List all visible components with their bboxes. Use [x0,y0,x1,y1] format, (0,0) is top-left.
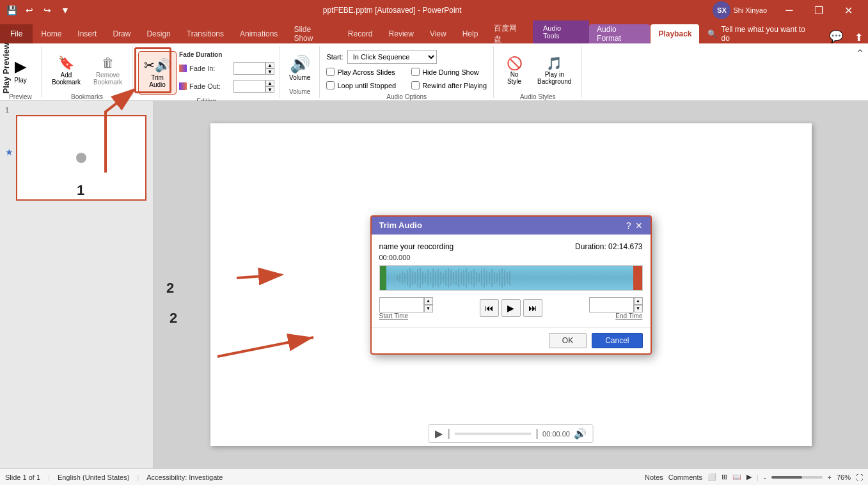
dialog-title-bar: Trim Audio ? ✕ [372,217,651,235]
trim-audio-btn[interactable]: ✂🔊 Trim Audio [138,51,177,95]
tab-playback[interactable]: Playback [651,24,699,43]
view-reading-btn[interactable]: 📖 [732,473,741,481]
user-badge[interactable]: SX [713,1,730,19]
tab-baidu[interactable]: 百度网盘 [486,24,532,43]
tab-slideshow[interactable]: Slide Show [286,24,339,43]
group-bookmarks-label: Bookmarks [71,92,103,100]
end-time-input[interactable]: 02:14.673 [589,297,634,312]
undo-icon[interactable]: ↩ [23,4,36,17]
tab-insert[interactable]: Insert [70,24,104,43]
start-time-spin[interactable]: 00:00 ▲ ▼ [379,297,433,312]
hide-during-show-cb[interactable] [411,68,420,76]
start-time-input[interactable]: 00:00 [379,297,424,312]
tab-record[interactable]: Record [340,24,381,43]
play-pause-btn[interactable]: ▶ [501,299,521,317]
slide-info: Slide 1 of 1 [5,473,40,481]
audio-options-inner: Start: In Click Sequence Automatically W… [325,49,488,92]
waveform-bar [386,266,636,290]
skip-back-btn[interactable]: ⏮ [480,299,499,317]
fade-out-input[interactable]: 00.00 ▲ ▼ [233,80,274,93]
zoom-out-btn[interactable]: - [764,473,766,481]
dialog-overlay: Trim Audio ? ✕ name your reocording Dura… [210,123,812,446]
skip-forward-btn[interactable]: ⏭ [523,299,542,317]
group-editing: ✂🔊 Trim Audio Fade Duration Fade In: 00.… [133,46,280,98]
fade-out-down[interactable]: ▼ [265,86,274,93]
play-btn[interactable]: ▶ Play [5,49,36,92]
minimize-btn[interactable]: ─ [775,0,804,20]
ribbon-collapse-btn[interactable]: ⌃ [852,46,868,98]
volume-btn[interactable]: 🔊 Volume [285,50,314,85]
comments-btn[interactable]: Comments [668,473,702,481]
fit-slide-btn[interactable]: ⛶ [856,473,863,481]
player-volume-btn[interactable]: 🔊 [574,427,587,440]
remove-bookmark-btn[interactable]: 🗑 Remove Bookmark [88,49,127,92]
slide-number: 1 [5,106,148,114]
save-icon[interactable]: 💾 [5,4,18,17]
zoom-in-btn[interactable]: + [828,473,832,481]
player-play-btn[interactable]: ▶ [435,427,443,440]
hide-during-show-row: Hide During Show [411,68,487,76]
view-slideshow-btn[interactable]: ▶ [746,473,752,481]
fade-in-color-bar [179,65,187,72]
sep2: | [137,473,139,481]
tab-view[interactable]: View [422,24,454,43]
cancel-btn[interactable]: Cancel [592,333,642,348]
notes-btn[interactable]: Notes [645,473,663,481]
end-time-down[interactable]: ▼ [634,305,643,312]
waveform[interactable] [379,265,643,291]
waveform-lines [395,266,627,290]
group-preview: ▶ Play Preview [0,46,42,98]
tab-animations[interactable]: Animations [232,24,285,43]
end-time-up[interactable]: ▲ [634,297,643,305]
rewind-after-playing-cb[interactable] [411,81,420,89]
zoom-slider[interactable] [771,476,823,479]
tell-me-field[interactable]: 🔍 Tell me what you want to do [700,24,823,43]
add-bookmark-icon: 🔖 [58,55,74,70]
dialog-close-btn[interactable]: ✕ [635,220,643,231]
play-in-bg-btn[interactable]: 🎵 Play in Background [532,49,576,92]
dialog-help-btn[interactable]: ? [626,220,631,231]
add-bookmark-btn[interactable]: 🔖 Add Bookmark [47,49,86,92]
start-label: Start: [326,53,343,61]
close-btn[interactable]: ✕ [833,0,863,20]
redo-icon[interactable]: ↪ [41,4,54,17]
title-bar-left: 💾 ↩ ↪ ▼ [5,4,72,17]
comments-ribbon-icon[interactable]: 💬 [823,29,849,43]
fade-in-field[interactable]: 00.00 [233,62,265,75]
tab-transitions[interactable]: Transitions [179,24,232,43]
share-icon[interactable]: ⬆ [849,31,868,43]
ok-btn[interactable]: OK [549,333,587,348]
tab-audioformat[interactable]: Audio Format [589,24,650,43]
start-time-up[interactable]: ▲ [424,297,433,305]
group-preview-content: ▶ Play [5,49,36,92]
slide-item[interactable]: 1 ★ [5,106,148,203]
restore-btn[interactable]: ❐ [804,0,833,20]
player-progress-bar[interactable] [454,433,531,435]
tab-review[interactable]: Review [381,24,422,43]
group-audio-options-content: Start: In Click Sequence Automatically W… [325,49,488,92]
end-time-spin[interactable]: 02:14.673 ▲ ▼ [589,297,643,312]
view-normal-btn[interactable]: ⬜ [707,473,716,481]
slide-thumbnail[interactable] [16,115,146,201]
start-time-down[interactable]: ▼ [424,305,433,312]
end-time-group: 02:14.673 ▲ ▼ End Time [589,297,643,319]
dialog-body: name your reocording Duration: 02:14.673… [372,235,651,327]
waveform-end-handle[interactable] [633,266,642,290]
fade-in-up[interactable]: ▲ [265,62,274,68]
no-style-btn[interactable]: 🚫 No Style [499,49,530,92]
tab-design[interactable]: Design [139,24,178,43]
fade-in-input[interactable]: 00.00 ▲ ▼ [233,62,274,75]
customize-icon[interactable]: ▼ [59,4,72,17]
tab-file[interactable]: File [0,24,33,43]
tab-draw[interactable]: Draw [105,24,138,43]
fade-out-field[interactable]: 00.00 [233,80,265,93]
loop-until-stopped-cb[interactable] [326,81,335,89]
no-style-icon: 🚫 [507,56,523,71]
fade-in-down[interactable]: ▼ [265,68,274,75]
view-slide-sorter-btn[interactable]: ⊞ [722,473,727,481]
tab-help[interactable]: Help [455,24,486,43]
start-dropdown[interactable]: In Click Sequence Automatically When Cli… [347,50,437,64]
fade-out-up[interactable]: ▲ [265,80,274,86]
play-across-slides-cb[interactable] [326,68,335,76]
tab-home[interactable]: Home [33,24,69,43]
